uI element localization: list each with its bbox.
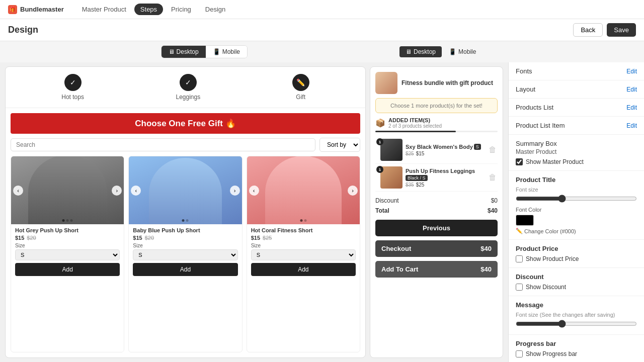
settings-desktop-btn[interactable]: 🖥Desktop: [399, 46, 442, 57]
preview-desktop-btn[interactable]: 🖥 Desktop: [162, 46, 206, 58]
item-1-price-old: $25: [406, 151, 414, 156]
product-2-name: Baby Blue Push Up Short: [133, 227, 237, 233]
settings-products-list-section: Products List Edit: [509, 99, 644, 117]
preview-mobile-btn[interactable]: 📱 Mobile: [206, 46, 247, 58]
preview-view-toggle: 🖥 Desktop 📱 Mobile: [161, 45, 248, 58]
bundle-title: Fitness bundle with gift product: [401, 79, 493, 86]
page-header: Design Back Save: [0, 19, 644, 41]
product-2-add-btn[interactable]: Add: [133, 263, 237, 276]
product-3-add-btn[interactable]: Add: [251, 263, 356, 276]
pencil-icon: ✏️: [516, 228, 523, 234]
settings-product-title-section: Product Title Font size Font Color ✏️ Ch…: [509, 171, 644, 240]
nav-tab-steps[interactable]: Steps: [134, 4, 163, 15]
desktop-icon: 🖥: [169, 48, 175, 55]
total-value: $40: [488, 207, 498, 214]
sort-select[interactable]: Sort by: [319, 138, 360, 152]
change-color-btn[interactable]: ✏️ Change Color (#000): [516, 228, 576, 234]
info-banner: Choose 1 more product(s) for the set!: [375, 98, 498, 113]
carousel-prev-2[interactable]: ‹: [131, 186, 141, 196]
added-subtitle: 2 of 3 products selected: [388, 123, 442, 129]
discount-total-section: Discount $0 Total $40: [375, 196, 498, 216]
fonts-label: Fonts: [516, 67, 532, 75]
product-1-add-btn[interactable]: Add: [15, 263, 120, 276]
carousel-next-2[interactable]: ›: [230, 186, 240, 196]
product-list-item-edit-link[interactable]: Edit: [626, 122, 637, 129]
product-title-font-size-slider[interactable]: [516, 195, 637, 203]
product-card-2: ‹ › Baby Blue Push Up Short $15 $20: [128, 156, 242, 352]
show-progress-bar-label: Show Progress bar: [526, 350, 577, 357]
item-1-price-new: $15: [416, 151, 425, 156]
view-toggle-bar: 🖥 Desktop 📱 Mobile 🖥Desktop 📱Mobile: [0, 41, 644, 62]
added-item-1: 1 Sxy Black Women's Body S $25 $15 🗑: [375, 136, 498, 164]
product-grid: ‹ › Hot Grey Push Up Short $15 $20: [6, 156, 365, 357]
item-2-price-new: $25: [416, 182, 425, 188]
settings-sidebar: Fonts Edit Layout Edit Products List Edi…: [508, 62, 644, 362]
show-product-price-checkbox[interactable]: [516, 255, 523, 262]
added-items-section: 📦 ADDED ITEM(S) 2 of 3 products selected…: [375, 117, 498, 192]
item-1-delete-btn[interactable]: 🗑: [488, 144, 498, 155]
checkout-button[interactable]: Checkout $40: [375, 240, 498, 257]
summary-panel: Fitness bundle with gift product Choose …: [370, 66, 503, 358]
preview-area: ✓ Hot tops ✓ Leggings ✏️ Gift Choose One…: [0, 62, 508, 362]
previous-button[interactable]: Previous: [375, 220, 498, 236]
add-to-cart-button[interactable]: Add To Cart $40: [375, 261, 498, 278]
settings-product-price-section: Product Price Show Product Price: [509, 240, 644, 268]
product-3-size-label: Size: [251, 243, 356, 248]
item-2-badge: Black / S: [406, 175, 428, 181]
product-2-size-label: Size: [133, 243, 237, 248]
font-color-label: Font Color: [516, 207, 637, 213]
product-2-price-old: $20: [145, 235, 154, 241]
back-button[interactable]: Back: [573, 23, 603, 37]
product-3-price-new: $15: [251, 235, 260, 241]
layout-label: Layout: [516, 85, 535, 93]
font-size-label: Font size: [516, 187, 637, 193]
settings-view-toggle: 🖥Desktop 📱Mobile: [398, 45, 483, 58]
carousel-next-3[interactable]: ›: [348, 186, 358, 196]
bundle-header: Fitness bundle with gift product: [375, 72, 498, 94]
layout-edit-link[interactable]: Edit: [626, 86, 637, 93]
show-master-product-checkbox[interactable]: [516, 158, 523, 165]
step-leggings: ✓ Leggings: [176, 74, 200, 101]
product-2-price-new: $15: [133, 235, 142, 241]
fonts-edit-link[interactable]: Edit: [626, 68, 637, 75]
product-1-price-old: $20: [27, 235, 36, 241]
products-list-edit-link[interactable]: Edit: [626, 104, 637, 111]
settings-mobile-btn[interactable]: 📱Mobile: [443, 46, 482, 57]
carousel-prev-1[interactable]: ‹: [13, 186, 23, 196]
summary-box-label: Summary Box: [516, 140, 557, 147]
product-1-price-new: $15: [15, 235, 24, 241]
settings-discount-section: Discount Show Discount: [509, 268, 644, 296]
show-discount-checkbox[interactable]: [516, 284, 523, 291]
choose-banner: Choose One Free Gift 🔥: [11, 113, 360, 134]
product-1-size-select[interactable]: SML: [15, 249, 120, 260]
nav-tab-master-product[interactable]: Master Product: [76, 4, 132, 15]
settings-summary-box-section: Summary Box Master Product Show Master P…: [509, 135, 644, 171]
total-label: Total: [375, 207, 389, 214]
product-price-heading: Product Price: [516, 245, 637, 252]
search-input[interactable]: [11, 138, 315, 151]
main-layout: ✓ Hot tops ✓ Leggings ✏️ Gift Choose One…: [0, 62, 644, 362]
settings-fonts-section: Fonts Edit: [509, 62, 644, 80]
step-hot-tops: ✓ Hot tops: [61, 74, 84, 101]
app-logo: 🎁 Bundlemaster: [8, 5, 64, 14]
nav-tab-design[interactable]: Design: [199, 4, 231, 15]
message-font-size-label: Font size (See the changes after saving): [516, 312, 637, 318]
added-title: ADDED ITEM(S): [388, 117, 442, 123]
master-product-sub: Master Product: [516, 148, 637, 155]
added-item-2: 1 Push Up Fitness Leggings Black / S $35…: [375, 164, 498, 192]
carousel-next-1[interactable]: ›: [112, 186, 122, 196]
settings-layout-section: Layout Edit: [509, 80, 644, 99]
message-font-size-slider[interactable]: [516, 320, 637, 328]
product-3-size-select[interactable]: SML: [251, 249, 356, 260]
item-2-delete-btn[interactable]: 🗑: [488, 172, 498, 183]
show-progress-bar-checkbox[interactable]: [516, 350, 523, 357]
save-button[interactable]: Save: [607, 23, 636, 37]
product-chooser-panel: ✓ Hot tops ✓ Leggings ✏️ Gift Choose One…: [5, 66, 366, 358]
item-2-num: 1: [376, 166, 383, 173]
nav-tab-pricing[interactable]: Pricing: [165, 4, 197, 15]
product-2-size-select[interactable]: SML: [133, 249, 237, 260]
progress-bar-heading: Progress bar: [516, 340, 637, 347]
carousel-prev-3[interactable]: ‹: [249, 186, 259, 196]
product-1-name: Hot Grey Push Up Short: [15, 227, 120, 233]
mobile-icon: 📱: [213, 48, 220, 55]
